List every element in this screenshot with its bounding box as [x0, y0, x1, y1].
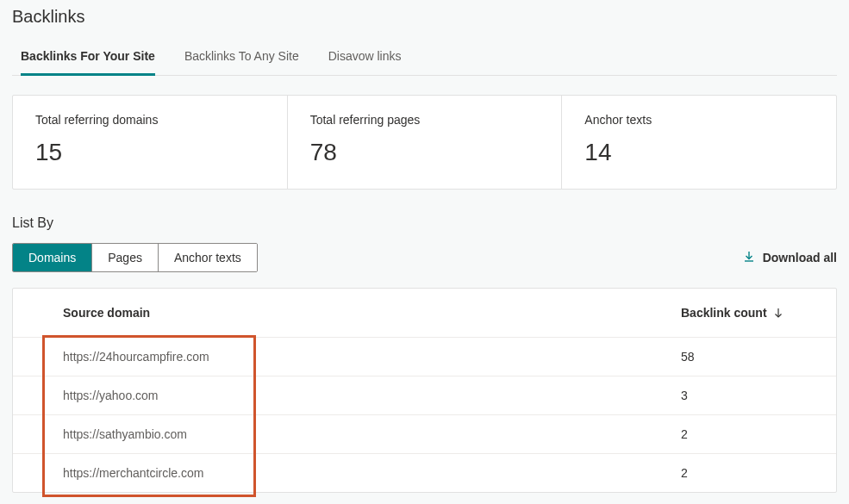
stats-row: Total referring domains 15 Total referri…	[12, 95, 837, 190]
table-header: Source domain Backlink count	[13, 289, 836, 337]
stat-label: Total referring domains	[35, 113, 265, 127]
stat-anchor-texts: Anchor texts 14	[562, 96, 836, 189]
stat-value: 14	[584, 139, 814, 166]
table-row[interactable]: https://24hourcampfire.com 58	[13, 337, 836, 376]
table-row[interactable]: https://yahoo.com 3	[13, 376, 836, 414]
listby-heading: List By	[12, 215, 837, 231]
domain-link[interactable]: https://merchantcircle.com	[63, 466, 203, 480]
tab-backlinks-your-site[interactable]: Backlinks For Your Site	[21, 42, 155, 76]
page-title: Backlinks	[12, 7, 837, 27]
main-tabs: Backlinks For Your Site Backlinks To Any…	[12, 42, 837, 76]
stat-label: Anchor texts	[584, 113, 814, 127]
seg-domains[interactable]: Domains	[13, 244, 92, 271]
tab-backlinks-any-site[interactable]: Backlinks To Any Site	[184, 42, 299, 76]
listby-segmented-control: Domains Pages Anchor texts	[12, 243, 258, 272]
col-count-label: Backlink count	[681, 306, 767, 320]
domain-link[interactable]: https://yahoo.com	[63, 389, 159, 402]
stat-label: Total referring pages	[310, 113, 540, 127]
cell-count: 3	[681, 389, 810, 402]
cell-count: 2	[681, 427, 810, 441]
download-icon	[742, 250, 756, 266]
table-row[interactable]: https://merchantcircle.com 2	[13, 453, 836, 492]
download-label: Download all	[763, 251, 837, 264]
backlinks-table: Source domain Backlink count https://24h…	[12, 288, 837, 493]
tab-disavow-links[interactable]: Disavow links	[328, 42, 402, 76]
col-source-domain[interactable]: Source domain	[63, 306, 681, 320]
cell-count: 2	[681, 466, 810, 480]
seg-anchor-texts[interactable]: Anchor texts	[159, 244, 257, 271]
table-row[interactable]: https://sathyambio.com 2	[13, 414, 836, 453]
sort-descending-icon	[772, 307, 784, 319]
stat-referring-pages: Total referring pages 78	[288, 96, 563, 189]
seg-pages[interactable]: Pages	[92, 244, 159, 271]
stat-referring-domains: Total referring domains 15	[13, 96, 288, 189]
stat-value: 15	[35, 139, 265, 166]
stat-value: 78	[310, 139, 540, 166]
cell-count: 58	[681, 350, 810, 364]
download-all-button[interactable]: Download all	[742, 250, 837, 266]
domain-link[interactable]: https://24hourcampfire.com	[63, 350, 209, 364]
col-backlink-count[interactable]: Backlink count	[681, 306, 810, 320]
domain-link[interactable]: https://sathyambio.com	[63, 427, 187, 441]
